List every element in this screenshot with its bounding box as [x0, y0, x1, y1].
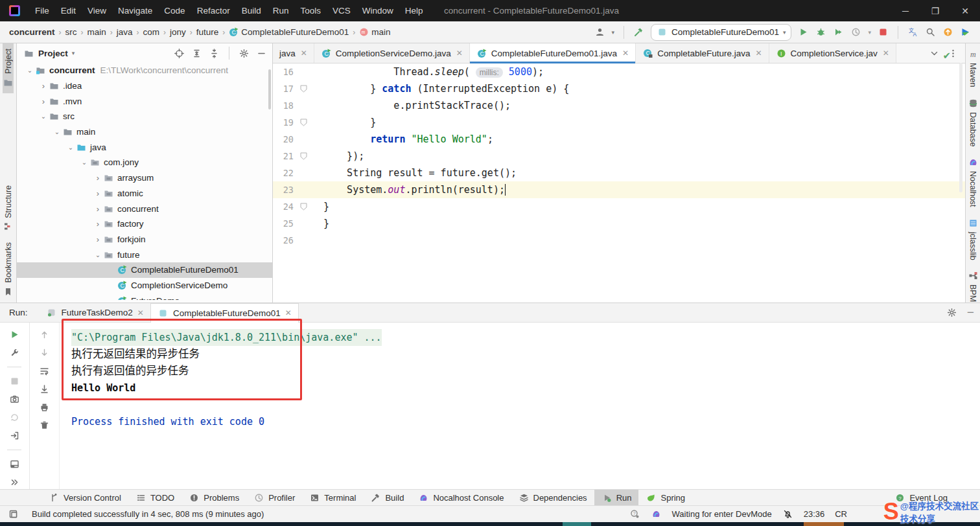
- inspections-ok-icon[interactable]: ✔: [942, 50, 951, 62]
- close-button[interactable]: ✕: [950, 0, 980, 21]
- tree-item-src[interactable]: ⌄src: [17, 109, 272, 124]
- plugin-logo-icon[interactable]: [960, 27, 971, 38]
- menu-build[interactable]: Build: [236, 0, 267, 21]
- editor-tab-completionservicedemo-java[interactable]: CCompletionServiceDemo.java✕: [314, 43, 470, 63]
- print-icon[interactable]: [39, 402, 50, 413]
- collapse-all-icon[interactable]: [209, 48, 220, 59]
- tool-stripe-tab-jclasslib[interactable]: jclasslib: [968, 212, 979, 266]
- menu-help[interactable]: Help: [399, 0, 429, 21]
- tool-stripe-tab-nocalhost[interactable]: Nocalhost: [968, 152, 979, 212]
- toolwindow-button-profiler[interactable]: Profiler: [246, 490, 302, 506]
- menu-view[interactable]: View: [82, 0, 112, 21]
- notifications-muted-icon[interactable]: [782, 509, 793, 520]
- code-line-20[interactable]: 20 return "Hello World";: [273, 131, 965, 148]
- stop-icon[interactable]: [878, 27, 889, 38]
- breadcrumb-item-future[interactable]: future: [196, 27, 219, 37]
- soft-wrap-icon[interactable]: [39, 365, 50, 376]
- run-tab-futuretaskdemo2[interactable]: FutureTaskDemo2✕: [40, 303, 150, 323]
- close-icon[interactable]: ✕: [285, 308, 292, 317]
- menu-window[interactable]: Window: [356, 0, 399, 21]
- run-console[interactable]: "C:\Program Files\Java\jdk1.8.0_211\bin\…: [60, 323, 980, 489]
- tool-stripe-tab-bookmarks[interactable]: Bookmarks: [3, 237, 14, 303]
- tree-chevron-icon[interactable]: ⌄: [38, 113, 49, 120]
- tool-stripe-tab-database[interactable]: Database: [968, 93, 979, 152]
- menu-run[interactable]: Run: [267, 0, 295, 21]
- hide-icon[interactable]: ─: [968, 307, 974, 318]
- tree-chevron-icon[interactable]: ›: [93, 173, 103, 183]
- settings-icon[interactable]: [239, 48, 250, 59]
- menu-navigate[interactable]: Navigate: [112, 0, 158, 21]
- toolwindow-button-spring[interactable]: Spring: [638, 490, 692, 506]
- toolwindow-button-nocalhost-console[interactable]: Nocalhost Console: [411, 490, 511, 506]
- search-icon[interactable]: [925, 27, 936, 38]
- stop-gray-icon[interactable]: [9, 376, 20, 387]
- breadcrumb-item-com[interactable]: com: [143, 27, 160, 37]
- update-icon[interactable]: [942, 27, 953, 38]
- devmode-status[interactable]: Waiting for enter DevMode: [672, 509, 772, 519]
- chevron-down-icon[interactable]: ▾: [868, 29, 871, 36]
- clear-icon[interactable]: [39, 420, 50, 431]
- editor-tab-completionservice-jav[interactable]: ICompletionService.jav✕: [769, 43, 896, 63]
- tree-chevron-icon[interactable]: ⌄: [65, 144, 76, 151]
- tree-chevron-icon[interactable]: ›: [93, 204, 103, 214]
- edit-config-icon[interactable]: [9, 347, 20, 358]
- editor-scrollbar[interactable]: [959, 63, 962, 192]
- tree-item--mvn[interactable]: ›.mvn: [17, 93, 272, 109]
- menu-file[interactable]: File: [29, 0, 55, 21]
- tree-item-java[interactable]: ⌄java: [17, 139, 272, 155]
- close-icon[interactable]: ✕: [301, 49, 307, 58]
- menu-vcs[interactable]: VCS: [327, 0, 356, 21]
- code-line-26[interactable]: 26: [273, 232, 965, 249]
- project-panel-title[interactable]: Project ▾: [38, 49, 75, 58]
- scroll-end-icon[interactable]: [39, 383, 50, 394]
- project-scrollbar[interactable]: [268, 69, 271, 109]
- tree-item-factory[interactable]: ›factory: [17, 216, 272, 232]
- editor-tab-completablefuture-java[interactable]: CCompletableFuture.java✕: [636, 43, 769, 63]
- settings-icon[interactable]: [946, 307, 957, 318]
- user-icon[interactable]: [594, 27, 605, 38]
- breadcrumb-item-jony[interactable]: jony: [170, 27, 186, 37]
- close-icon[interactable]: ✕: [622, 49, 629, 58]
- toolwindow-button-dependencies[interactable]: Dependencies: [511, 490, 594, 506]
- toolwindow-button-todo[interactable]: TODO: [128, 490, 181, 506]
- breadcrumb-item-src[interactable]: src: [65, 27, 77, 37]
- tree-item-concurrent[interactable]: ›concurrent: [17, 201, 272, 216]
- minimize-button[interactable]: ─: [891, 0, 920, 21]
- translate-icon[interactable]: 文A: [907, 27, 918, 38]
- restart-debug-icon[interactable]: [9, 412, 20, 423]
- help-gear-icon[interactable]: ?: [629, 509, 640, 520]
- thread-dump-icon[interactable]: [9, 394, 20, 405]
- toolwindow-button-terminal[interactable]: Terminal: [302, 490, 363, 506]
- tree-item-com-jony[interactable]: ⌄com.jony: [17, 155, 272, 170]
- breadcrumb-item-java[interactable]: java: [117, 27, 133, 37]
- expand-all-icon[interactable]: [191, 48, 202, 59]
- layout-icon[interactable]: [9, 459, 20, 470]
- tree-item-concurrent[interactable]: ⌄concurrentE:\TLWork\concurrent\concurre…: [17, 63, 272, 78]
- code-line-23[interactable]: 23 System.out.println(result);: [273, 181, 965, 198]
- tree-item-completionservicedemo[interactable]: CCompletionServiceDemo: [17, 278, 272, 293]
- debug-icon[interactable]: [815, 27, 826, 38]
- code-line-21[interactable]: 21 });: [273, 148, 965, 165]
- code-line-19[interactable]: 19 }: [273, 114, 965, 131]
- maximize-button[interactable]: ❐: [920, 0, 950, 21]
- editor-tab-completablefuturedemo01-java[interactable]: CCompletableFutureDemo01.java✕: [470, 43, 636, 63]
- code-line-18[interactable]: 18 e.printStackTrace();: [273, 97, 965, 114]
- build-hammer-icon[interactable]: [633, 27, 644, 38]
- tree-chevron-icon[interactable]: ⌄: [25, 67, 35, 74]
- tree-item-forkjoin[interactable]: ›forkjoin: [17, 232, 272, 247]
- toolwindow-button-build[interactable]: Build: [363, 490, 411, 506]
- tree-chevron-icon[interactable]: ⌄: [93, 251, 103, 258]
- up-icon[interactable]: [39, 329, 50, 340]
- menu-edit[interactable]: Edit: [55, 0, 82, 21]
- breadcrumb-item-main[interactable]: mmain: [359, 27, 390, 37]
- exit-icon[interactable]: [9, 430, 20, 441]
- toolwindow-button-version-control[interactable]: Version Control: [41, 490, 128, 506]
- code-line-16[interactable]: 16 Thread.sleep( millis: 5000);: [273, 63, 965, 80]
- breadcrumb-item-main[interactable]: main: [88, 27, 106, 37]
- tree-chevron-icon[interactable]: ⌄: [79, 159, 89, 166]
- breadcrumb-item-completablefuturedemo01[interactable]: CCompletableFutureDemo01: [229, 27, 349, 37]
- code-line-25[interactable]: 25 }: [273, 215, 965, 232]
- toolwindow-button-run[interactable]: Run: [594, 490, 639, 506]
- tool-stripe-tab-maven[interactable]: mMaven: [968, 43, 979, 93]
- tool-stripe-tab-structure[interactable]: Structure: [3, 180, 14, 238]
